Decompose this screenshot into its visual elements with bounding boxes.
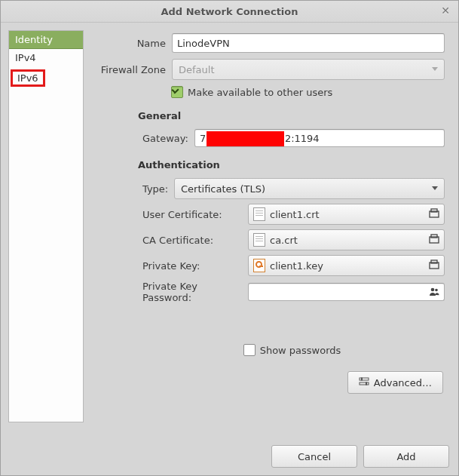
- user-cert-value: client1.crt: [270, 209, 320, 220]
- open-folder-icon: [429, 208, 439, 219]
- svg-point-6: [431, 288, 435, 292]
- advanced-label: Advanced…: [374, 377, 432, 388]
- open-folder-icon: [429, 259, 439, 270]
- svg-rect-1: [431, 209, 437, 212]
- redacted-block: [207, 131, 284, 146]
- add-label: Add: [396, 451, 415, 462]
- svg-point-7: [435, 289, 438, 292]
- type-label: Type:: [142, 183, 174, 195]
- chevron-down-icon: [432, 186, 438, 190]
- ca-cert-value: ca.crt: [270, 235, 298, 246]
- sidebar-item-label: IPv4: [15, 52, 36, 63]
- share-checkbox[interactable]: [171, 86, 183, 98]
- settings-sidebar: Identity IPv4 IPv6: [8, 30, 84, 422]
- auth-heading: Authentication: [138, 159, 445, 170]
- zone-select[interactable]: Default: [172, 59, 445, 80]
- svg-rect-11: [366, 382, 367, 385]
- sidebar-item-ipv6[interactable]: IPv6: [9, 66, 83, 90]
- titlebar: Add Network Connection ✕: [1, 1, 458, 23]
- zone-value: Default: [179, 64, 215, 75]
- gateway-label: Gateway:: [142, 133, 194, 144]
- gateway-text-prefix: 7: [200, 133, 206, 144]
- sidebar-item-label: IPv6: [11, 69, 45, 87]
- pkey-label: Private Key:: [142, 260, 248, 272]
- content-pane: Name Firewall Zone Default Make availabl…: [88, 30, 451, 422]
- user-cert-button[interactable]: client1.crt: [248, 204, 445, 225]
- sidebar-item-identity[interactable]: Identity: [9, 31, 83, 49]
- key-file-icon: [253, 259, 265, 272]
- show-pwd-checkbox[interactable]: [243, 344, 256, 356]
- svg-rect-9: [360, 382, 369, 385]
- pkey-pwd-input[interactable]: [248, 283, 445, 301]
- pkey-value: client1.key: [270, 260, 323, 272]
- close-icon[interactable]: ✕: [439, 4, 452, 17]
- ca-cert-label: CA Certificate:: [142, 235, 248, 246]
- user-cert-label: User Certificate:: [142, 209, 248, 220]
- type-value: Certificates (TLS): [181, 183, 265, 195]
- window-title: Add Network Connection: [161, 6, 298, 17]
- svg-rect-8: [360, 378, 369, 380]
- svg-rect-10: [361, 377, 363, 380]
- open-folder-icon: [429, 234, 439, 244]
- show-pwd-label: Show passwords: [260, 345, 341, 356]
- sidebar-item-ipv4[interactable]: IPv4: [9, 49, 83, 66]
- advanced-button[interactable]: Advanced…: [347, 371, 443, 394]
- users-icon[interactable]: [428, 286, 440, 300]
- share-label: Make available to other users: [188, 87, 332, 98]
- dialog-window: Add Network Connection ✕ Identity IPv4 I…: [0, 0, 459, 476]
- zone-label: Firewall Zone: [94, 64, 172, 75]
- type-select[interactable]: Certificates (TLS): [174, 178, 445, 199]
- cancel-label: Cancel: [298, 451, 331, 462]
- svg-rect-5: [431, 260, 437, 263]
- cancel-button[interactable]: Cancel: [271, 445, 357, 468]
- add-button[interactable]: Add: [363, 445, 449, 468]
- dialog-body: Identity IPv4 IPv6 Name Firewall Zone De…: [1, 23, 458, 430]
- file-icon: [253, 233, 265, 247]
- name-input[interactable]: [172, 33, 445, 53]
- svg-rect-3: [431, 235, 437, 238]
- settings-icon: [359, 376, 369, 389]
- name-label: Name: [94, 38, 172, 49]
- gateway-text-suffix: 2:1194: [285, 133, 320, 144]
- dialog-footer: Cancel Add: [271, 445, 449, 468]
- sidebar-item-label: Identity: [15, 34, 53, 45]
- file-icon: [253, 207, 265, 221]
- chevron-down-icon: [432, 67, 438, 71]
- general-heading: General: [138, 110, 445, 121]
- pkey-pwd-label: Private Key Password:: [142, 281, 248, 303]
- ca-cert-button[interactable]: ca.crt: [248, 229, 445, 250]
- pkey-button[interactable]: client1.key: [248, 255, 445, 276]
